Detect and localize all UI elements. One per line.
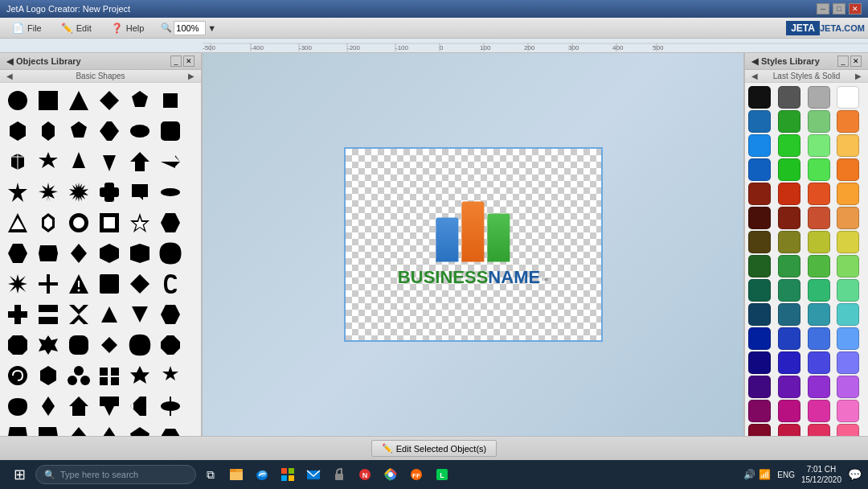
color-swatch-4[interactable] — [748, 110, 771, 133]
minimize-button[interactable]: ─ — [817, 3, 829, 14]
shape-cell-53[interactable] — [156, 331, 185, 360]
shape-cell-41[interactable] — [156, 269, 185, 298]
styles-minimize-btn[interactable]: _ — [837, 55, 849, 67]
color-swatch-22[interactable] — [808, 207, 830, 229]
color-swatch-54[interactable] — [808, 400, 830, 422]
shape-cell-70[interactable] — [125, 422, 154, 436]
styles-close-btn[interactable]: ✕ — [850, 55, 862, 67]
color-swatch-58[interactable] — [808, 424, 830, 436]
notification-icon[interactable]: 💬 — [848, 468, 862, 481]
shape-cell-3[interactable] — [95, 86, 124, 115]
color-swatch-57[interactable] — [778, 424, 800, 436]
color-swatch-10[interactable] — [808, 134, 830, 157]
color-swatch-49[interactable] — [778, 376, 800, 398]
canvas-area[interactable]: BUSINESS NAME ™ — [203, 53, 743, 436]
color-swatch-8[interactable] — [748, 134, 771, 157]
shape-cell-10[interactable] — [125, 117, 154, 146]
shape-cell-21[interactable] — [95, 178, 124, 207]
color-swatch-25[interactable] — [778, 231, 800, 253]
taskbar-lock[interactable] — [328, 463, 350, 486]
taskbar-app6[interactable]: N — [354, 463, 376, 486]
shape-cell-54[interactable] — [3, 361, 32, 390]
shape-cell-4[interactable] — [125, 86, 154, 115]
shape-cell-48[interactable] — [3, 331, 32, 360]
shape-cell-46[interactable] — [125, 300, 154, 329]
taskbar-app9[interactable]: L — [431, 463, 453, 486]
shape-cell-42[interactable] — [3, 300, 32, 329]
taskbar-app8[interactable]: FF — [405, 463, 428, 486]
shape-cell-44[interactable] — [64, 300, 93, 329]
color-swatch-33[interactable] — [778, 279, 800, 302]
color-swatch-23[interactable] — [837, 207, 859, 229]
shape-cell-13[interactable] — [34, 147, 63, 176]
color-swatch-16[interactable] — [748, 183, 771, 205]
color-swatch-11[interactable] — [837, 134, 859, 157]
file-menu[interactable]: 📄 File — [3, 19, 51, 37]
color-swatch-39[interactable] — [837, 303, 859, 326]
color-swatch-19[interactable] — [837, 183, 859, 205]
color-swatch-41[interactable] — [778, 327, 800, 350]
help-menu[interactable]: ❓ Help — [102, 19, 154, 37]
taskbar-chrome[interactable] — [379, 463, 402, 486]
color-swatch-28[interactable] — [748, 255, 771, 277]
color-swatch-15[interactable] — [837, 158, 859, 181]
styles-scroll-right[interactable]: ▶ — [855, 72, 862, 80]
color-swatch-48[interactable] — [748, 376, 771, 398]
color-swatch-53[interactable] — [778, 400, 800, 422]
shape-cell-47[interactable] — [156, 300, 185, 329]
shape-cell-59[interactable] — [156, 361, 185, 390]
shape-cell-31[interactable] — [34, 239, 63, 268]
color-swatch-17[interactable] — [778, 183, 800, 205]
color-swatch-50[interactable] — [808, 376, 830, 398]
color-swatch-29[interactable] — [778, 255, 800, 277]
taskbar-search-box[interactable]: 🔍 Type here to search — [35, 465, 196, 484]
shape-cell-62[interactable] — [64, 392, 93, 421]
color-swatch-45[interactable] — [778, 351, 800, 374]
color-swatch-32[interactable] — [748, 279, 771, 302]
panel-close-btn[interactable]: ✕ — [183, 55, 194, 67]
color-swatch-26[interactable] — [808, 231, 830, 253]
color-swatch-42[interactable] — [808, 327, 830, 350]
color-swatch-38[interactable] — [808, 303, 830, 326]
shape-cell-8[interactable] — [64, 117, 93, 146]
color-swatch-31[interactable] — [837, 255, 859, 277]
color-swatch-12[interactable] — [748, 158, 771, 181]
shape-cell-25[interactable] — [34, 208, 63, 237]
shape-cell-55[interactable] — [34, 361, 63, 390]
shape-cell-9[interactable] — [95, 117, 124, 146]
color-swatch-18[interactable] — [808, 183, 830, 205]
color-swatch-1[interactable] — [778, 86, 800, 109]
shape-cell-38[interactable] — [64, 269, 93, 298]
color-swatch-13[interactable] — [778, 158, 800, 181]
shape-cell-27[interactable] — [95, 208, 124, 237]
shape-cell-37[interactable] — [34, 269, 63, 298]
shape-cell-63[interactable] — [95, 392, 124, 421]
styles-panel-collapse-icon[interactable]: ◀ — [751, 56, 758, 67]
taskbar-edge[interactable] — [251, 463, 273, 486]
color-swatch-30[interactable] — [808, 255, 830, 277]
shape-cell-60[interactable] — [3, 392, 32, 421]
color-swatch-7[interactable] — [837, 110, 859, 133]
color-swatch-0[interactable] — [748, 86, 771, 109]
scroll-right-icon[interactable]: ▶ — [188, 72, 194, 80]
color-swatch-6[interactable] — [808, 110, 830, 133]
close-button[interactable]: ✕ — [849, 3, 862, 14]
shape-cell-18[interactable] — [3, 178, 32, 207]
shape-cell-24[interactable] — [3, 208, 32, 237]
shape-cell-7[interactable] — [34, 117, 63, 146]
shape-cell-16[interactable] — [125, 147, 154, 176]
color-swatch-24[interactable] — [748, 231, 771, 253]
shape-cell-51[interactable] — [95, 331, 124, 360]
shape-cell-6[interactable] — [3, 117, 32, 146]
shape-cell-14[interactable] — [64, 147, 93, 176]
edit-selected-button[interactable]: ✏️ Edit Selected Object(s) — [371, 440, 497, 457]
color-swatch-51[interactable] — [837, 376, 859, 398]
shape-cell-67[interactable] — [34, 422, 63, 436]
shapes-grid-container[interactable] — [0, 83, 201, 436]
shape-cell-1[interactable] — [34, 86, 63, 115]
shape-cell-22[interactable] — [125, 178, 154, 207]
shape-cell-30[interactable] — [3, 239, 32, 268]
shape-cell-56[interactable] — [64, 361, 93, 390]
color-swatch-36[interactable] — [748, 303, 771, 326]
shape-cell-64[interactable] — [125, 392, 154, 421]
